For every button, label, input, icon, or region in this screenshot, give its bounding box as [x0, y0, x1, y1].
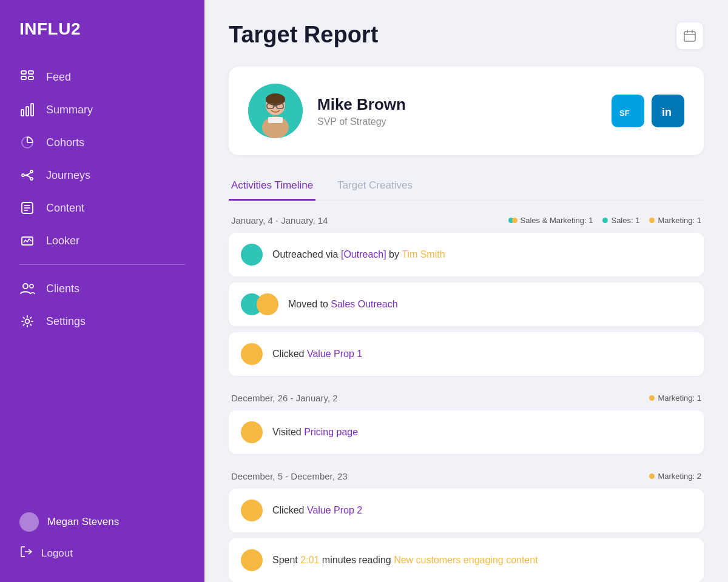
- journey-icon: [19, 167, 35, 183]
- profile-title: SVP of Strategy: [317, 116, 597, 127]
- period-label-1: January, 4 - January, 14: [231, 215, 328, 226]
- sidebar-item-summary[interactable]: Summary: [0, 93, 204, 126]
- svg-text:SF: SF: [619, 109, 630, 118]
- sidebar-item-journeys-label: Journeys: [46, 169, 90, 182]
- activity-clicked-vp1-text: Clicked Value Prop 1: [272, 349, 362, 360]
- badge-marketing-2: Marketing: 1: [649, 393, 701, 403]
- logout-button[interactable]: Logout: [19, 539, 185, 567]
- sidebar-item-content[interactable]: Content: [0, 192, 204, 224]
- sidebar-nav: Feed Summary Cohorts Journeys: [0, 61, 204, 505]
- feed-icon: [19, 69, 35, 85]
- activity-clicked-vp1: Clicked Value Prop 1: [229, 332, 704, 376]
- activity-dot-yellow-2: [241, 343, 263, 365]
- activity-dot-yellow-5: [241, 549, 263, 571]
- profile-card: Mike Brown SVP of Strategy SF in: [229, 67, 704, 155]
- pricing-page-link[interactable]: Pricing page: [304, 427, 358, 437]
- badge-sales-label: Sales: 1: [611, 216, 639, 225]
- looker-icon: [19, 233, 35, 249]
- summary-icon: [19, 102, 35, 118]
- svg-text:in: in: [662, 106, 672, 118]
- tabs-row: Activities Timeline Target Creatives: [229, 172, 704, 201]
- period-label-3: December, 5 - December, 23: [231, 471, 348, 481]
- period-label-2: December, 26 - January, 2: [231, 393, 338, 403]
- badge-marketing-2-label: Marketing: 1: [658, 393, 701, 403]
- calendar-button[interactable]: [676, 22, 704, 50]
- value-prop-1-link[interactable]: Value Prop 1: [307, 349, 362, 359]
- user-name: Megan Stevens: [47, 516, 119, 528]
- profile-integrations: SF in: [612, 95, 684, 127]
- content-icon: [19, 200, 35, 216]
- period-badges-3: Marketing: 2: [649, 472, 701, 481]
- user-row: Megan Stevens: [19, 505, 185, 539]
- content-link[interactable]: New customers engaging content: [394, 555, 538, 565]
- timeline-period-2: December, 26 - January, 2 Marketing: 1 V…: [229, 393, 704, 454]
- badge-sales-marketing-label: Sales & Marketing: 1: [521, 216, 593, 225]
- sidebar-item-settings[interactable]: Settings: [0, 305, 204, 338]
- sidebar-item-journeys[interactable]: Journeys: [0, 159, 204, 192]
- activity-spent-text: Spent 2:01 minutes reading New customers…: [272, 555, 538, 566]
- outreach-link[interactable]: [Outreach]: [341, 249, 386, 259]
- main-content: Target Report: [204, 0, 728, 582]
- sidebar-item-looker[interactable]: Looker: [0, 224, 204, 257]
- time-link[interactable]: 2:01: [300, 555, 319, 565]
- activity-clicked-vp2-text: Clicked Value Prop 2: [272, 505, 362, 516]
- page-title: Target Report: [229, 22, 378, 48]
- dot-pair: [241, 293, 278, 315]
- activity-dot-yellow-3: [241, 421, 263, 443]
- sidebar: INFLU2 Feed Summary Cohorts: [0, 0, 204, 582]
- timeline-period-3: December, 5 - December, 23 Marketing: 2 …: [229, 471, 704, 582]
- svg-rect-6: [31, 104, 33, 116]
- period-header-1: January, 4 - January, 14 Sales & Marketi…: [229, 215, 704, 226]
- svg-point-9: [22, 174, 24, 176]
- svg-point-10: [30, 170, 33, 173]
- page-header: Target Report: [229, 22, 704, 50]
- nav-divider: [19, 264, 185, 265]
- svg-rect-1: [29, 71, 33, 74]
- activity-spent: Spent 2:01 minutes reading New customers…: [229, 538, 704, 582]
- period-badges-1: Sales & Marketing: 1 Sales: 1 Marketing:…: [508, 216, 701, 225]
- badge-marketing-3: Marketing: 2: [649, 472, 701, 481]
- badge-dot-marketing: [649, 218, 655, 223]
- settings-icon: [19, 313, 35, 329]
- tab-activities[interactable]: Activities Timeline: [229, 172, 315, 201]
- svg-point-19: [25, 319, 30, 324]
- logo: INFLU2: [0, 19, 204, 61]
- value-prop-2-link[interactable]: Value Prop 2: [307, 505, 362, 515]
- badge-dot-marketing-2: [649, 395, 655, 401]
- tab-creatives[interactable]: Target Creatives: [335, 172, 415, 201]
- svg-rect-0: [21, 71, 26, 74]
- salesforce-badge[interactable]: SF: [612, 95, 644, 127]
- sidebar-item-clients-label: Clients: [46, 283, 79, 295]
- sales-outreach-link[interactable]: Sales Outreach: [331, 299, 397, 309]
- activity-dot-yellow-4: [241, 500, 263, 521]
- profile-info: Mike Brown SVP of Strategy: [317, 95, 597, 127]
- svg-rect-4: [21, 110, 24, 116]
- cohorts-icon: [19, 135, 35, 150]
- svg-point-18: [30, 284, 33, 288]
- activity-visited-text: Visited Pricing page: [272, 427, 358, 438]
- badge-marketing-label: Marketing: 1: [658, 216, 701, 225]
- activity-visited: Visited Pricing page: [229, 410, 704, 454]
- svg-rect-5: [26, 107, 29, 116]
- sidebar-item-feed[interactable]: Feed: [0, 61, 204, 93]
- tim-smith-link[interactable]: Tim Smith: [402, 249, 445, 259]
- activity-outreach-text: Outreached via [Outreach] by Tim Smith: [272, 249, 445, 260]
- svg-rect-29: [268, 117, 283, 123]
- timeline-period-1: January, 4 - January, 14 Sales & Marketi…: [229, 215, 704, 376]
- sidebar-bottom: Megan Stevens Logout: [0, 505, 204, 567]
- avatar: [248, 84, 303, 138]
- badge-marketing-3-label: Marketing: 2: [658, 472, 701, 481]
- logout-label: Logout: [41, 547, 73, 560]
- profile-name: Mike Brown: [317, 95, 597, 114]
- clients-icon: [19, 281, 35, 296]
- sidebar-item-looker-label: Looker: [46, 235, 79, 247]
- sidebar-item-content-label: Content: [46, 202, 84, 215]
- svg-rect-3: [29, 76, 33, 79]
- badge-sales-marketing: Sales & Marketing: 1: [508, 216, 593, 225]
- sidebar-item-cohorts-label: Cohorts: [46, 136, 84, 149]
- badge-marketing: Marketing: 1: [649, 216, 701, 225]
- sidebar-item-cohorts[interactable]: Cohorts: [0, 126, 204, 159]
- badge-dot-marketing-3: [649, 473, 655, 479]
- linkedin-badge[interactable]: in: [652, 95, 684, 127]
- sidebar-item-clients[interactable]: Clients: [0, 272, 204, 305]
